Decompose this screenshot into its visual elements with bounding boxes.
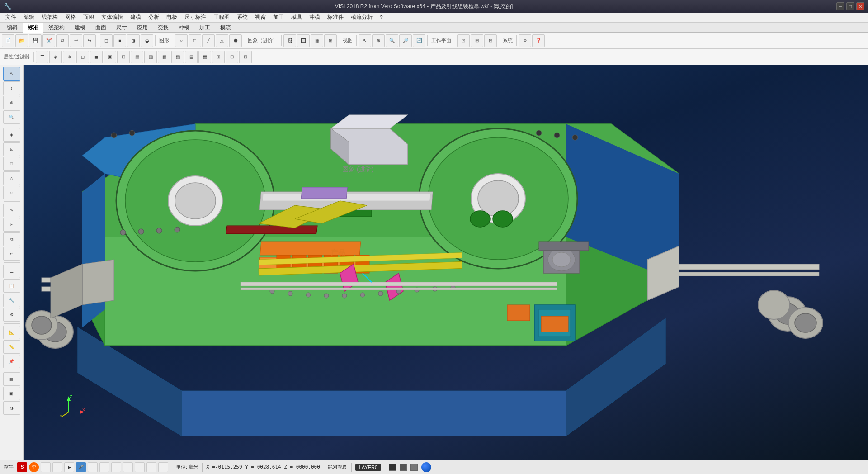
toolbar1-btn-0-1[interactable]: 📂 <box>15 34 28 47</box>
menu-item-冲模[interactable]: 冲模 <box>306 13 324 22</box>
toolbar1-btn-5-2[interactable]: ⊟ <box>484 34 497 47</box>
toolbar1-btn-0-3[interactable]: ✂️ <box>42 34 55 47</box>
toolbar2-btn-10[interactable]: ▧ <box>171 51 184 63</box>
status-icon-7[interactable] <box>99 462 109 472</box>
menu-item-分析[interactable]: 分析 <box>145 13 163 22</box>
menu-item-线架构[interactable]: 线架构 <box>38 13 61 22</box>
toolbar1-btn-0-5[interactable]: ↩ <box>70 34 82 47</box>
menu-item-网格[interactable]: 网格 <box>61 13 80 22</box>
status-icon-5[interactable]: ▶ <box>64 462 74 472</box>
menu-item-尺寸标注[interactable]: 尺寸标注 <box>181 13 210 22</box>
sidebar-btn-0-2[interactable]: ⊕ <box>3 96 20 109</box>
sidebar-btn-2-2[interactable]: □ <box>3 157 20 171</box>
status-icon-6[interactable] <box>88 462 98 472</box>
tab-变换[interactable]: 变换 <box>153 23 174 33</box>
toolbar1-btn-1-0[interactable]: ◻ <box>100 34 113 47</box>
toolbar1-btn-3-1[interactable]: 🔲 <box>297 34 310 47</box>
toolbar1-btn-3-2[interactable]: ▦ <box>311 34 323 47</box>
tab-加工[interactable]: 加工 <box>194 23 215 33</box>
toolbar1-btn-3-0[interactable]: 🖼 <box>283 34 296 47</box>
sidebar-btn-8-0[interactable]: 📐 <box>3 326 20 339</box>
toolbar2-btn-5[interactable]: ▣ <box>104 51 116 63</box>
sidebar-btn-6-0[interactable]: ☰ <box>3 265 20 278</box>
sidebar-btn-10-2[interactable]: ◑ <box>3 401 20 415</box>
tab-曲面[interactable]: 曲面 <box>90 23 111 33</box>
sidebar-btn-2-0[interactable]: ◈ <box>3 128 20 142</box>
toolbar2-btn-14[interactable]: ⊟ <box>226 51 238 63</box>
toolbar2-btn-2[interactable]: ⊕ <box>63 51 75 63</box>
tab-线架构[interactable]: 线架构 <box>43 23 70 33</box>
toolbar2-btn-8[interactable]: ▥ <box>144 51 157 63</box>
menu-item-工程图[interactable]: 工程图 <box>210 13 233 22</box>
layer-indicator[interactable]: LAYER0 <box>355 464 381 471</box>
tab-应用[interactable]: 应用 <box>132 23 153 33</box>
toolbar1-btn-1-1[interactable]: ■ <box>113 34 126 47</box>
toolbar1-btn-0-6[interactable]: ↪ <box>83 34 96 47</box>
toolbar1-btn-5-1[interactable]: ⊞ <box>471 34 483 47</box>
toolbar1-btn-2-3[interactable]: △ <box>216 34 228 47</box>
status-icon-3[interactable] <box>41 462 51 472</box>
menu-item-加工[interactable]: 加工 <box>269 13 288 22</box>
viewport[interactable]: 图象 (进阶) 产品 Z X Y <box>24 65 868 460</box>
sidebar-btn-0-3[interactable]: 🔍 <box>3 110 20 124</box>
menu-item-编辑[interactable]: 编辑 <box>20 13 38 22</box>
toolbar1-btn-4-3[interactable]: 🔎 <box>399 34 412 47</box>
toolbar1-btn-0-2[interactable]: 💾 <box>29 34 42 47</box>
toolbar1-btn-1-2[interactable]: ◑ <box>127 34 140 47</box>
toolbar1-btn-0-4[interactable]: ⧉ <box>56 34 69 47</box>
status-icon-2[interactable]: 中 <box>29 462 39 472</box>
toolbar2-btn-4[interactable]: ◼ <box>90 51 103 63</box>
tab-建模[interactable]: 建模 <box>70 23 90 33</box>
tab-冲模[interactable]: 冲模 <box>174 23 194 33</box>
menu-item-模流分析[interactable]: 模流分析 <box>347 13 376 22</box>
sidebar-btn-10-0[interactable]: ▦ <box>3 372 20 386</box>
status-icon-11[interactable] <box>146 462 156 472</box>
toolbar1-btn-6-1[interactable]: ❓ <box>532 34 545 47</box>
menu-item-实体编辑[interactable]: 实体编辑 <box>98 13 127 22</box>
menu-item-视窗[interactable]: 视窗 <box>251 13 269 22</box>
close-button[interactable]: ✕ <box>856 2 864 10</box>
toolbar1-btn-4-4[interactable]: 🔄 <box>413 34 425 47</box>
tab-尺寸[interactable]: 尺寸 <box>111 23 132 33</box>
toolbar1-btn-4-2[interactable]: 🔍 <box>386 34 398 47</box>
toolbar2-btn-0[interactable]: ☰ <box>36 51 48 63</box>
menu-item-?[interactable]: ? <box>376 14 387 22</box>
toolbar2-btn-13[interactable]: ⊞ <box>212 51 225 63</box>
sidebar-btn-8-1[interactable]: 📏 <box>3 340 20 354</box>
tab-标准[interactable]: 标准 <box>23 23 43 33</box>
toolbar2-btn-1[interactable]: ◈ <box>49 51 62 63</box>
sidebar-btn-4-0[interactable]: ✎ <box>3 204 20 217</box>
sidebar-btn-10-1[interactable]: ▣ <box>3 387 20 400</box>
status-icon-9[interactable] <box>123 462 133 472</box>
status-icon-8[interactable] <box>111 462 121 472</box>
sidebar-btn-6-2[interactable]: 🔧 <box>3 294 20 307</box>
menu-item-电极[interactable]: 电极 <box>163 13 181 22</box>
toolbar2-btn-3[interactable]: ◻ <box>76 51 89 63</box>
toolbar1-btn-0-0[interactable]: 📄 <box>2 34 14 47</box>
sidebar-btn-6-3[interactable]: ⚙ <box>3 308 20 322</box>
tab-编辑[interactable]: 编辑 <box>2 23 23 33</box>
toolbar1-btn-2-4[interactable]: ⬟ <box>229 34 242 47</box>
status-icon-10[interactable] <box>135 462 145 472</box>
sidebar-btn-6-1[interactable]: 📋 <box>3 279 20 293</box>
status-icon-mic[interactable]: 🎤 <box>76 462 86 472</box>
menu-item-系统[interactable]: 系统 <box>233 13 251 22</box>
sidebar-btn-8-2[interactable]: 📌 <box>3 355 20 368</box>
menu-item-文件[interactable]: 文件 <box>2 13 20 22</box>
toolbar2-btn-6[interactable]: ⊡ <box>117 51 130 63</box>
toolbar1-btn-4-0[interactable]: ↖ <box>359 34 371 47</box>
toolbar1-btn-1-3[interactable]: ◒ <box>141 34 153 47</box>
sidebar-btn-2-1[interactable]: ⊡ <box>3 142 20 156</box>
toolbar1-btn-2-1[interactable]: □ <box>189 34 201 47</box>
minimize-button[interactable]: ─ <box>836 2 844 10</box>
toolbar2-btn-7[interactable]: ▤ <box>131 51 143 63</box>
menu-item-建模[interactable]: 建模 <box>127 13 145 22</box>
status-icon-12[interactable] <box>158 462 168 472</box>
sidebar-btn-2-3[interactable]: △ <box>3 171 20 185</box>
sidebar-btn-4-2[interactable]: ⧉ <box>3 232 20 246</box>
toolbar1-btn-2-0[interactable]: ○ <box>175 34 188 47</box>
status-icon-1[interactable]: S <box>17 462 27 472</box>
toolbar1-btn-3-3[interactable]: ⊞ <box>324 34 337 47</box>
status-icon-4[interactable] <box>52 462 62 472</box>
sidebar-btn-0-0[interactable]: ↖ <box>3 67 20 81</box>
